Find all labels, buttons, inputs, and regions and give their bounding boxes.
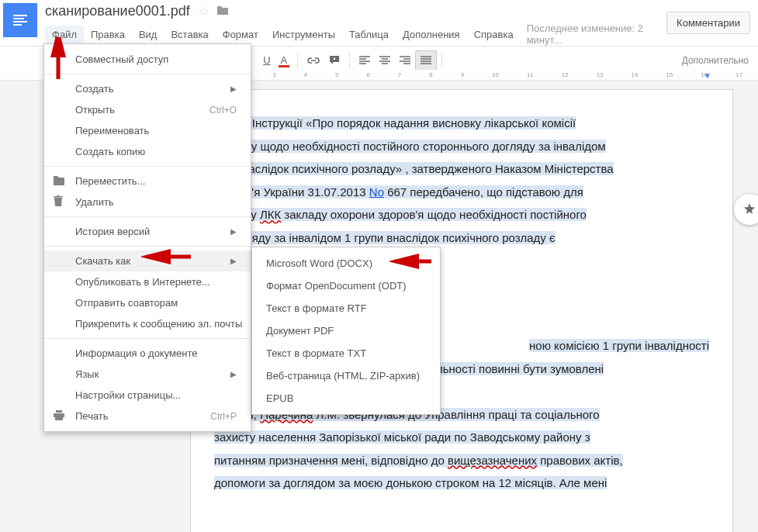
comments-button[interactable]: Комментарии bbox=[666, 12, 750, 34]
menu-item-open[interactable]: ОткрытьCtrl+O bbox=[44, 99, 251, 120]
submenu-item-epub[interactable]: EPUB bbox=[252, 387, 440, 409]
submenu-item-odt[interactable]: Формат OpenDocument (ODT) bbox=[252, 275, 440, 297]
body-line[interactable]: допомоги за доглядом за моєю донькою стр… bbox=[214, 476, 607, 489]
doc-header: сканирование0001.pdf ☆ Файл Правка Вид В… bbox=[37, 0, 666, 46]
menu-addons[interactable]: Дополнения bbox=[396, 26, 467, 43]
submenu-item-rtf[interactable]: Текст в формате RTF bbox=[252, 297, 440, 320]
annotation-arrow-1 bbox=[49, 37, 71, 82]
doc-title[interactable]: сканирование0001.pdf bbox=[45, 3, 190, 19]
docs-logo[interactable] bbox=[3, 3, 37, 37]
annotation-arrow-2 bbox=[141, 248, 196, 265]
submenu-item-txt[interactable]: Текст в формате TXT bbox=[252, 342, 440, 364]
menu-item-email-collab[interactable]: Отправить соавторам bbox=[44, 292, 251, 313]
menu-item-language[interactable]: Язык▶ bbox=[44, 364, 251, 385]
menu-view[interactable]: Вид bbox=[132, 26, 164, 43]
submenu-item-html[interactable]: Веб-страница (HTML, ZIP-архив) bbox=[252, 364, 440, 387]
annotation-arrow-3 bbox=[389, 253, 436, 270]
body-line[interactable]: 667 передбачено, що підставою для bbox=[384, 185, 583, 199]
comment-icon[interactable] bbox=[324, 50, 344, 71]
menu-item-doc-info[interactable]: Информация о документе bbox=[44, 343, 251, 364]
menu-item-print[interactable]: ПечатьCtrl+P bbox=[44, 406, 251, 427]
body-line[interactable]: питанням призначення мені, відповідно до bbox=[214, 454, 448, 467]
menu-format[interactable]: Формат bbox=[216, 26, 265, 43]
menu-item-move[interactable]: Переместить... bbox=[44, 171, 251, 192]
docs-logo-icon bbox=[13, 15, 27, 26]
body-link[interactable]: No bbox=[369, 185, 384, 199]
submenu-arrow-icon: ▶ bbox=[230, 227, 237, 236]
download-submenu: Microsoft Word (DOCX) Формат OpenDocumen… bbox=[251, 247, 441, 415]
menu-edit[interactable]: Правка bbox=[84, 26, 132, 43]
body-mark[interactable]: ЛКК bbox=[260, 208, 281, 221]
trash-icon bbox=[54, 195, 63, 209]
submenu-arrow-icon: ▶ bbox=[230, 370, 237, 378]
body-line[interactable]: го догляду за інвалідом 1 групи внаслідо… bbox=[214, 231, 556, 244]
menu-insert[interactable]: Вставка bbox=[164, 26, 215, 43]
menu-table[interactable]: Таблица bbox=[342, 26, 396, 43]
menu-item-delete[interactable]: Удалить bbox=[44, 192, 251, 212]
folder-icon bbox=[54, 175, 64, 188]
body-line[interactable]: упи внаслідок психічного розладу» , затв… bbox=[214, 162, 614, 175]
menu-tools[interactable]: Инструменты bbox=[265, 26, 342, 43]
ruler-ticks: 12134567891011121314151617 bbox=[178, 70, 742, 80]
print-icon bbox=[54, 410, 64, 423]
menu-item-attach-email[interactable]: Прикрепить к сообщению эл. почты bbox=[44, 313, 251, 334]
explore-fab[interactable] bbox=[734, 194, 758, 225]
folder-icon[interactable] bbox=[216, 5, 229, 18]
menu-item-new[interactable]: Создать▶ bbox=[44, 78, 251, 99]
toolbar-more[interactable]: Дополнительно bbox=[682, 55, 755, 66]
text-color-icon[interactable]: A bbox=[275, 50, 292, 71]
ruler-handle-icon[interactable]: ▼ bbox=[704, 71, 711, 80]
star-icon[interactable]: ☆ bbox=[198, 4, 209, 19]
link-icon[interactable] bbox=[303, 50, 324, 71]
submenu-arrow-icon: ▶ bbox=[230, 257, 237, 265]
align-justify-icon[interactable] bbox=[415, 50, 437, 71]
app-header: сканирование0001.pdf ☆ Файл Правка Вид В… bbox=[0, 0, 758, 47]
body-line[interactable]: захисту населення Запорізької міської ра… bbox=[214, 430, 590, 444]
body-line[interactable]: закладу щодо необхідності постійного сто… bbox=[214, 140, 606, 153]
submenu-item-pdf[interactable]: Документ PDF bbox=[252, 320, 440, 342]
menu-help[interactable]: Справка bbox=[467, 26, 521, 43]
menu-item-publish[interactable]: Опубликовать в Интернете... bbox=[44, 271, 251, 292]
menu-item-history[interactable]: История версий▶ bbox=[44, 221, 251, 242]
menu-item-page-setup[interactable]: Настройки страницы... bbox=[44, 385, 251, 406]
body-line[interactable]: ктом 4 Інструкції «Про порядок надання в… bbox=[214, 116, 576, 130]
last-edit-label[interactable]: Последнее изменение: 2 минут... bbox=[527, 22, 666, 46]
body-line[interactable]: ною комісією 1 групи інвалідності bbox=[529, 339, 709, 352]
align-center-icon[interactable] bbox=[375, 50, 395, 71]
menu-item-share[interactable]: Совместный доступ bbox=[44, 49, 251, 70]
body-mark[interactable]: вищезазначених bbox=[448, 454, 537, 467]
underline-icon[interactable]: U bbox=[258, 50, 275, 71]
align-right-icon[interactable] bbox=[395, 50, 415, 71]
body-line[interactable]: правових актів, bbox=[537, 454, 623, 467]
file-dropdown: Совместный доступ Создать▶ ОткрытьCtrl+O… bbox=[43, 43, 251, 432]
submenu-arrow-icon: ▶ bbox=[230, 85, 237, 93]
align-left-icon[interactable] bbox=[355, 50, 375, 71]
body-line[interactable]: закладу охорони здоров'я щодо необхіднос… bbox=[281, 208, 587, 221]
menu-item-rename[interactable]: Переименовать bbox=[44, 120, 251, 141]
menu-bar: Файл Правка Вид Вставка Формат Инструмен… bbox=[45, 22, 666, 46]
menu-item-copy[interactable]: Создать копию bbox=[44, 141, 251, 162]
explore-icon bbox=[742, 202, 756, 216]
